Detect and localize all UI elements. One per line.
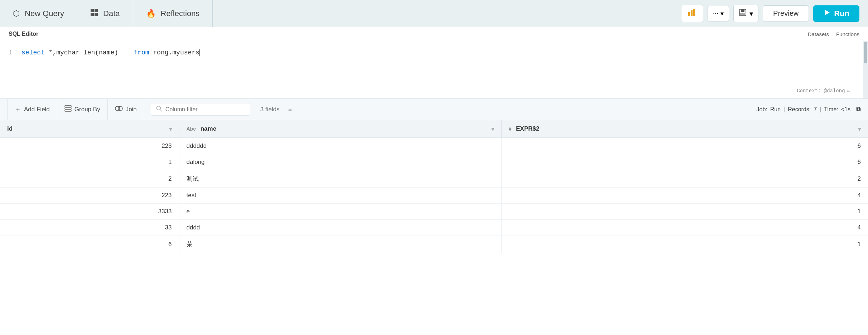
svg-rect-10: [65, 106, 71, 107]
cell-id: 1: [0, 154, 179, 170]
context-edit-icon[interactable]: ✏: [847, 87, 850, 95]
col-name-type-icon: Abc: [187, 126, 196, 132]
results-table: id ▾ Abc name ▾: [0, 120, 868, 253]
table-row: 1dalong6: [0, 154, 868, 170]
svg-rect-1: [95, 9, 98, 12]
records-count: 7: [814, 106, 817, 113]
table-row: 3333e1: [0, 204, 868, 220]
run-icon: [823, 9, 830, 18]
preview-label: Preview: [773, 9, 799, 17]
more-dots-icon: ···: [713, 10, 718, 17]
cell-id: 6: [0, 236, 179, 253]
add-field-button[interactable]: ＋ Add Field: [7, 99, 57, 120]
cell-name: dalong: [179, 154, 501, 170]
table-row: 2测试2: [0, 170, 868, 188]
cell-name: 荣: [179, 236, 501, 253]
nav-spacer: [213, 0, 672, 27]
datasets-link[interactable]: Datasets: [808, 31, 829, 37]
col-name-label: name: [201, 125, 216, 132]
data-icon: [90, 9, 98, 19]
new-query-icon: ⬡: [13, 9, 20, 18]
sql-editor-body[interactable]: 1 select *,mychar_len(name) from rong.my…: [0, 41, 868, 98]
tab-data-label: Data: [103, 9, 120, 18]
col-id-label: id: [7, 125, 13, 132]
svg-rect-9: [740, 13, 745, 16]
col-header-name[interactable]: Abc name ▾: [179, 120, 501, 138]
cell-id: 3333: [0, 204, 179, 220]
sql-editor-title: SQL Editor: [9, 31, 38, 37]
cell-name: dddd: [179, 220, 501, 236]
fields-count: 3 fields: [260, 106, 280, 113]
save-button[interactable]: ▾: [733, 5, 758, 22]
svg-rect-8: [741, 9, 744, 12]
cell-expr: 6: [501, 154, 868, 170]
cell-expr: 4: [501, 220, 868, 236]
table-header-row: id ▾ Abc name ▾: [0, 120, 868, 138]
drag-handle-icon: ≡: [288, 106, 292, 113]
group-by-label: Group By: [74, 106, 100, 113]
context-text: Context: @dalong: [797, 87, 845, 95]
cell-name: test: [179, 188, 501, 204]
table-row: 223test4: [0, 188, 868, 204]
table-body: 223dddddd61dalong62测试2223test43333e133dd…: [0, 138, 868, 253]
cell-name: dddddd: [179, 138, 501, 154]
separator-1: |: [783, 106, 785, 113]
sql-table-name: rong.myusers: [153, 49, 199, 56]
chart-button[interactable]: [681, 5, 703, 22]
svg-rect-12: [65, 110, 71, 111]
cell-expr: 1: [501, 236, 868, 253]
more-button[interactable]: ··· ▾: [708, 6, 729, 21]
svg-rect-0: [91, 9, 94, 12]
functions-link[interactable]: Functions: [836, 31, 859, 37]
svg-point-14: [118, 106, 122, 111]
sql-editor-header-actions: Datasets Functions: [808, 31, 859, 37]
cell-id: 223: [0, 138, 179, 154]
preview-button[interactable]: Preview: [763, 5, 809, 21]
group-by-icon: [64, 105, 72, 113]
col-name-sort-icon: ▾: [491, 126, 494, 132]
svg-point-15: [156, 106, 160, 110]
join-label: Join: [126, 106, 137, 113]
cell-id: 2: [0, 170, 179, 188]
tab-data[interactable]: Data: [77, 0, 133, 27]
job-label: Job:: [756, 106, 767, 113]
copy-icon[interactable]: ⧉: [856, 106, 861, 113]
col-header-expr[interactable]: # EXPR$2 ▾: [501, 120, 868, 138]
time-label: Time:: [824, 106, 838, 113]
chart-icon: [688, 9, 696, 18]
col-expr-type-icon: #: [509, 126, 512, 132]
sql-func-text: *,mychar_len(name): [49, 49, 130, 56]
svg-rect-3: [95, 13, 98, 16]
more-dropdown-icon: ▾: [720, 10, 724, 18]
save-icon: [739, 9, 747, 18]
cell-id: 33: [0, 220, 179, 236]
sql-line-1: 1 select *,mychar_len(name) from rong.my…: [9, 48, 859, 58]
cell-expr: 2: [501, 170, 868, 188]
vertical-scrollbar[interactable]: [863, 41, 868, 98]
sql-cursor: [199, 49, 200, 56]
separator-2: |: [820, 106, 821, 113]
sql-editor-section: SQL Editor Datasets Functions 1 select *…: [0, 27, 868, 99]
table-row: 223dddddd6: [0, 138, 868, 154]
col-expr-label: EXPR$2: [516, 125, 539, 132]
sql-editor-header: SQL Editor Datasets Functions: [0, 27, 868, 41]
svg-rect-6: [693, 9, 695, 16]
table-row: 33dddd4: [0, 220, 868, 236]
cell-name: e: [179, 204, 501, 220]
tab-new-query[interactable]: ⬡ New Query: [0, 0, 77, 27]
add-field-icon: ＋: [15, 105, 21, 114]
column-filter-input[interactable]: [165, 106, 244, 113]
svg-line-16: [160, 110, 162, 111]
group-by-button[interactable]: Group By: [57, 99, 108, 120]
col-header-id[interactable]: id ▾: [0, 120, 179, 138]
run-button[interactable]: Run: [813, 5, 859, 22]
svg-rect-5: [691, 10, 693, 16]
join-button[interactable]: Join: [108, 99, 144, 120]
column-filter-container: [150, 103, 250, 116]
col-expr-sort-icon: ▾: [858, 126, 861, 132]
col-id-sort-icon: ▾: [169, 126, 172, 132]
table-row: 6荣1: [0, 236, 868, 253]
tab-reflections[interactable]: 🔥 Reflections: [133, 0, 213, 27]
reflections-icon: 🔥: [146, 9, 156, 18]
data-table-wrap: id ▾ Abc name ▾: [0, 120, 868, 335]
